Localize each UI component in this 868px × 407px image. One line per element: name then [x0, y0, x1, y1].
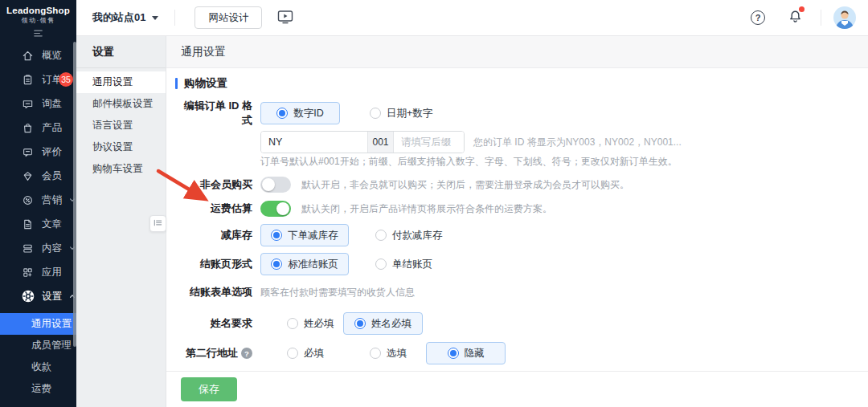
radio-fullname-required[interactable]: 姓名必填 [343, 312, 423, 335]
guest-buy-toggle[interactable] [260, 177, 291, 193]
subnav-item-cart[interactable]: 购物车设置 [76, 158, 166, 180]
order-id-hint-row: 订单号默认从#001开始；前缀、后缀支持输入数字、字母、下划线、符号；更改仅对新… [175, 155, 854, 168]
address-line2-row: 第二行地址 ? 必填 选填 [175, 342, 854, 364]
sidebar-item-label: 设置 [42, 290, 62, 303]
radio-dot-icon [287, 348, 298, 359]
sidebar-nav: 概览 订单 35 询盘 产品 [0, 43, 76, 400]
site-selector-dropdown[interactable]: 我的站点01 [76, 0, 174, 35]
sidebar-item-products[interactable]: 产品 [0, 116, 76, 140]
sidebar-subitem-member-management[interactable]: 成员管理 [0, 335, 76, 356]
radio-numeric-id[interactable]: 数字ID [260, 102, 340, 124]
radio-dot-icon [287, 318, 298, 329]
field-label: 非会员购买 [175, 177, 252, 192]
radio-addr2-required[interactable]: 必填 [287, 347, 324, 360]
sidebar-item-inquiries[interactable]: 询盘 [0, 92, 76, 116]
radio-label: 下单减库存 [288, 229, 338, 242]
sidebar-item-orders[interactable]: 订单 35 [0, 67, 76, 92]
main-panel: 通用设置 购物设置 编辑订单 ID 格式 数字ID [166, 36, 868, 407]
subnav-item-label: 协议设置 [92, 140, 133, 154]
radio-deduct-on-order[interactable]: 下单减库存 [260, 224, 349, 246]
shipping-estimate-row: 运费估算 默认关闭，开启后产品详情页将展示符合条件的运费方案。 [175, 200, 854, 218]
sidebar-subitem-shipping[interactable]: 运费 [0, 378, 76, 400]
form-footer: 保存 [166, 371, 868, 407]
layout-rows-icon [22, 242, 35, 254]
sidebar-item-reviews[interactable]: 评价 [0, 140, 76, 164]
subnav-item-general-settings[interactable]: 通用设置 [76, 71, 166, 93]
radio-label: 单结账页 [392, 258, 432, 271]
sidebar-item-label: 应用 [42, 266, 62, 279]
site-name: 我的站点01 [92, 10, 145, 25]
order-id-preview-hint: 您的订单 ID 将显示为NY003，NY002，NY001... [473, 136, 682, 149]
radio-label: 日期+数字 [387, 107, 432, 120]
checkout-form-hint: 顾客在付款时需要填写的收货人信息 [260, 286, 415, 299]
radio-label: 数字ID [293, 107, 324, 120]
shopping-bag-icon [22, 121, 35, 134]
save-button[interactable]: 保存 [181, 377, 237, 401]
sidebar-item-settings[interactable]: 设置 [0, 284, 76, 308]
primary-sidebar: LeadongShop 领动·领售 概览 订单 35 [0, 0, 76, 407]
order-start-number: 001 [367, 132, 394, 153]
subnav-item-agreements[interactable]: 协议设置 [76, 136, 166, 158]
brand-logo: LeadongShop 领动·领售 [0, 0, 76, 27]
radio-standard-checkout[interactable]: 标准结账页 [260, 253, 349, 275]
chat-bubble-icon [22, 97, 35, 110]
home-icon [22, 49, 35, 62]
radio-lastname-required[interactable]: 姓必填 [287, 317, 334, 331]
subnav-item-language[interactable]: 语言设置 [76, 115, 166, 136]
section-title-text: 购物设置 [184, 76, 227, 91]
sidebar-item-articles[interactable]: 文章 [0, 212, 76, 236]
subnav-item-label: 购物车设置 [92, 162, 143, 176]
site-design-button[interactable]: 网站设计 [194, 6, 262, 29]
promo-badge-icon [22, 193, 35, 206]
field-help-icon[interactable]: ? [241, 348, 252, 359]
shipping-estimate-toggle[interactable] [260, 201, 291, 217]
sidebar-subitem-general-settings[interactable]: 通用设置 [0, 313, 76, 335]
radio-date-plus-number[interactable]: 日期+数字 [370, 107, 432, 120]
user-avatar[interactable] [833, 6, 856, 29]
checkout-form-options-row: 结账表单选项 顾客在付款时需要填写的收货人信息 [175, 285, 854, 299]
app-window: LeadongShop 领动·领售 概览 订单 35 [0, 0, 868, 407]
video-tutorial-button[interactable] [274, 6, 297, 29]
checkout-page-row: 结账页形式 标准结账页 单结账页 [175, 253, 854, 275]
guest-buy-row: 非会员购买 默认开启，非会员就可以购买；关闭后，需要注册登录成为会员才可以购买。 [175, 176, 854, 193]
sidebar-subitem-label: 成员管理 [31, 339, 72, 352]
sidebar-item-overview[interactable]: 概览 [0, 43, 76, 67]
radio-addr2-hidden[interactable]: 隐藏 [426, 342, 506, 364]
sidebar-subitem-label: 收款 [31, 360, 51, 374]
radio-label: 姓必填 [304, 317, 334, 331]
subnav-collapse-button[interactable] [149, 215, 166, 232]
order-id-input-group: 001 [260, 131, 465, 153]
field-label-text: 第二行地址 [186, 346, 238, 360]
sidebar-item-content[interactable]: 内容 [0, 236, 76, 260]
field-label: 运费估算 [175, 201, 252, 216]
radio-dot-icon [271, 258, 282, 270]
radio-label: 选填 [387, 347, 407, 360]
sidebar-item-apps[interactable]: 应用 [0, 260, 76, 284]
help-button[interactable]: ? [751, 10, 765, 25]
sidebar-item-marketing[interactable]: 营销 [0, 188, 76, 212]
settings-submenu: 通用设置 成员管理 收款 运费 [0, 313, 76, 400]
subnav-item-email-templates[interactable]: 邮件模板设置 [76, 93, 166, 115]
grid-plus-icon [22, 266, 35, 279]
order-id-hint: 订单号默认从#001开始；前缀、后缀支持输入数字、字母、下划线、符号；更改仅对新… [260, 155, 678, 169]
sidebar-item-label: 营销 [42, 193, 62, 207]
subnav-item-label: 邮件模板设置 [92, 97, 153, 111]
order-suffix-input[interactable] [394, 132, 464, 153]
sidebar-scrollbar[interactable] [73, 42, 76, 347]
order-id-format-row: 编辑订单 ID 格式 数字ID 日期+数字 [175, 99, 854, 128]
sidebar-collapse-icon[interactable] [32, 27, 44, 43]
sidebar-item-members[interactable]: 会员 [0, 164, 76, 188]
brand-tagline: 领动·领售 [0, 16, 76, 25]
radio-deduct-on-payment[interactable]: 付款减库存 [375, 229, 443, 242]
field-label: 减库存 [175, 228, 252, 242]
radio-single-checkout[interactable]: 单结账页 [375, 258, 432, 271]
sidebar-subitem-payments[interactable]: 收款 [0, 356, 76, 378]
comment-icon [22, 145, 35, 158]
sidebar-subitem-label: 通用设置 [31, 317, 72, 331]
order-prefix-input[interactable] [261, 132, 367, 153]
name-requirement-row: 姓名要求 姓必填 姓名必填 [175, 312, 854, 335]
radio-dot-icon [276, 108, 288, 119]
sidebar-item-label: 内容 [42, 242, 62, 255]
notifications-button[interactable] [788, 9, 803, 27]
radio-addr2-optional[interactable]: 选填 [370, 347, 407, 360]
